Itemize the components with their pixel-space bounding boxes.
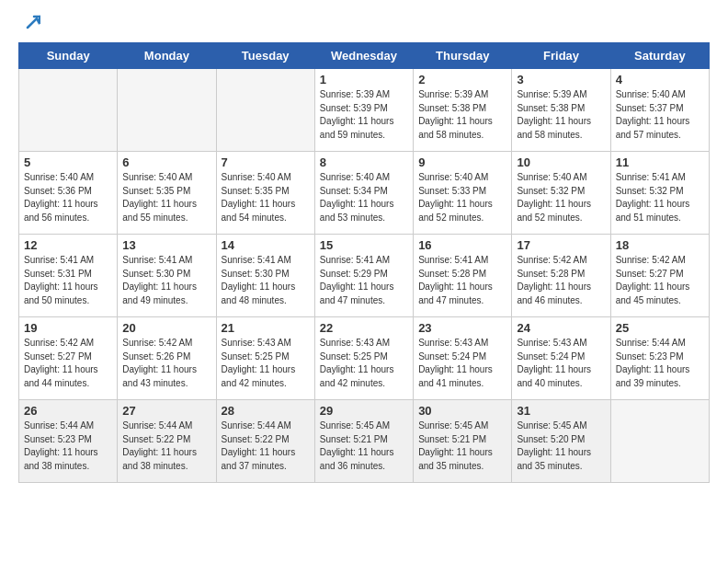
calendar-day-cell: 14Sunrise: 5:41 AM Sunset: 5:30 PM Dayli…: [216, 235, 314, 317]
calendar-day-cell: 23Sunrise: 5:43 AM Sunset: 5:24 PM Dayli…: [414, 317, 512, 400]
day-info: Sunrise: 5:40 AM Sunset: 5:33 PM Dayligh…: [418, 171, 506, 224]
logo-icon: [20, 15, 40, 31]
day-number: 21: [222, 321, 310, 335]
day-number: 1: [320, 73, 408, 86]
day-number: 23: [418, 321, 506, 335]
logo: [18, 18, 40, 28]
calendar-day-cell: 15Sunrise: 5:41 AM Sunset: 5:29 PM Dayli…: [314, 235, 413, 317]
calendar-day-cell: 1Sunrise: 5:39 AM Sunset: 5:39 PM Daylig…: [314, 69, 413, 152]
day-info: Sunrise: 5:43 AM Sunset: 5:25 PM Dayligh…: [320, 337, 408, 390]
calendar-day-cell: 22Sunrise: 5:43 AM Sunset: 5:25 PM Dayli…: [314, 317, 413, 400]
day-number: 2: [418, 73, 506, 86]
day-info: Sunrise: 5:39 AM Sunset: 5:39 PM Dayligh…: [320, 88, 408, 142]
calendar-day-cell: 13Sunrise: 5:41 AM Sunset: 5:30 PM Dayli…: [118, 235, 216, 317]
calendar-week-row: 5Sunrise: 5:40 AM Sunset: 5:36 PM Daylig…: [19, 152, 710, 235]
calendar-week-row: 19Sunrise: 5:42 AM Sunset: 5:27 PM Dayli…: [19, 317, 710, 400]
day-info: Sunrise: 5:43 AM Sunset: 5:24 PM Dayligh…: [418, 337, 506, 390]
day-info: Sunrise: 5:43 AM Sunset: 5:25 PM Dayligh…: [222, 337, 310, 390]
calendar-week-row: 1Sunrise: 5:39 AM Sunset: 5:39 PM Daylig…: [19, 69, 710, 152]
calendar-day-cell: 28Sunrise: 5:44 AM Sunset: 5:22 PM Dayli…: [216, 400, 314, 483]
weekday-header-row: SundayMondayTuesdayWednesdayThursdayFrid…: [19, 43, 710, 69]
calendar-day-cell: 9Sunrise: 5:40 AM Sunset: 5:33 PM Daylig…: [414, 152, 512, 235]
calendar-day-cell: 10Sunrise: 5:40 AM Sunset: 5:32 PM Dayli…: [512, 152, 610, 235]
day-number: 27: [122, 404, 210, 418]
day-info: Sunrise: 5:39 AM Sunset: 5:38 PM Dayligh…: [418, 88, 506, 142]
calendar-day-cell: 27Sunrise: 5:44 AM Sunset: 5:22 PM Dayli…: [118, 400, 216, 483]
calendar-day-cell: 26Sunrise: 5:44 AM Sunset: 5:23 PM Dayli…: [19, 400, 118, 483]
calendar-day-cell: 8Sunrise: 5:40 AM Sunset: 5:34 PM Daylig…: [314, 152, 413, 235]
day-number: 3: [517, 73, 605, 86]
day-number: 8: [320, 155, 408, 169]
calendar-day-cell: 21Sunrise: 5:43 AM Sunset: 5:25 PM Dayli…: [216, 317, 314, 400]
day-info: Sunrise: 5:41 AM Sunset: 5:30 PM Dayligh…: [222, 254, 310, 307]
calendar-day-cell: 30Sunrise: 5:45 AM Sunset: 5:21 PM Dayli…: [414, 400, 512, 483]
day-info: Sunrise: 5:41 AM Sunset: 5:30 PM Dayligh…: [122, 254, 210, 307]
day-info: Sunrise: 5:44 AM Sunset: 5:23 PM Dayligh…: [616, 337, 704, 390]
calendar-day-cell: 3Sunrise: 5:39 AM Sunset: 5:38 PM Daylig…: [512, 69, 610, 152]
day-number: 12: [24, 238, 112, 252]
day-number: 18: [616, 238, 704, 252]
day-info: Sunrise: 5:40 AM Sunset: 5:37 PM Dayligh…: [616, 88, 704, 142]
day-number: 5: [24, 155, 112, 169]
day-number: 6: [122, 155, 210, 169]
day-info: Sunrise: 5:43 AM Sunset: 5:24 PM Dayligh…: [517, 337, 605, 390]
calendar-day-cell: 18Sunrise: 5:42 AM Sunset: 5:27 PM Dayli…: [610, 235, 709, 317]
calendar-day-cell: 29Sunrise: 5:45 AM Sunset: 5:21 PM Dayli…: [314, 400, 413, 483]
day-number: 7: [222, 155, 310, 169]
day-number: 30: [418, 404, 506, 418]
day-info: Sunrise: 5:39 AM Sunset: 5:38 PM Dayligh…: [517, 88, 605, 142]
day-number: 31: [517, 404, 605, 418]
day-number: 26: [24, 404, 112, 418]
day-number: 15: [320, 238, 408, 252]
calendar-day-cell: 19Sunrise: 5:42 AM Sunset: 5:27 PM Dayli…: [19, 317, 118, 400]
day-info: Sunrise: 5:45 AM Sunset: 5:21 PM Dayligh…: [320, 419, 408, 473]
calendar-day-cell: 24Sunrise: 5:43 AM Sunset: 5:24 PM Dayli…: [512, 317, 610, 400]
day-info: Sunrise: 5:40 AM Sunset: 5:34 PM Dayligh…: [320, 171, 408, 224]
day-number: 29: [320, 404, 408, 418]
day-number: 19: [24, 321, 112, 335]
calendar-day-cell: [610, 400, 709, 483]
calendar-day-cell: 2Sunrise: 5:39 AM Sunset: 5:38 PM Daylig…: [414, 69, 512, 152]
calendar-day-cell: [216, 69, 314, 152]
weekday-header-sunday: Sunday: [19, 43, 118, 69]
day-info: Sunrise: 5:45 AM Sunset: 5:20 PM Dayligh…: [517, 419, 605, 473]
calendar-week-row: 12Sunrise: 5:41 AM Sunset: 5:31 PM Dayli…: [19, 235, 710, 317]
calendar-day-cell: 7Sunrise: 5:40 AM Sunset: 5:35 PM Daylig…: [216, 152, 314, 235]
day-number: 9: [418, 155, 506, 169]
day-number: 4: [616, 73, 704, 86]
calendar-day-cell: 20Sunrise: 5:42 AM Sunset: 5:26 PM Dayli…: [118, 317, 216, 400]
day-info: Sunrise: 5:40 AM Sunset: 5:36 PM Dayligh…: [24, 171, 112, 224]
calendar-day-cell: 5Sunrise: 5:40 AM Sunset: 5:36 PM Daylig…: [19, 152, 118, 235]
calendar-day-cell: 11Sunrise: 5:41 AM Sunset: 5:32 PM Dayli…: [610, 152, 709, 235]
calendar-week-row: 26Sunrise: 5:44 AM Sunset: 5:23 PM Dayli…: [19, 400, 710, 483]
day-info: Sunrise: 5:42 AM Sunset: 5:28 PM Dayligh…: [517, 254, 605, 307]
day-number: 11: [616, 155, 704, 169]
day-info: Sunrise: 5:41 AM Sunset: 5:32 PM Dayligh…: [616, 171, 704, 224]
calendar-day-cell: 17Sunrise: 5:42 AM Sunset: 5:28 PM Dayli…: [512, 235, 610, 317]
calendar-day-cell: 12Sunrise: 5:41 AM Sunset: 5:31 PM Dayli…: [19, 235, 118, 317]
weekday-header-tuesday: Tuesday: [216, 43, 314, 69]
day-number: 22: [320, 321, 408, 335]
day-number: 17: [517, 238, 605, 252]
calendar-day-cell: 4Sunrise: 5:40 AM Sunset: 5:37 PM Daylig…: [610, 69, 709, 152]
day-info: Sunrise: 5:44 AM Sunset: 5:22 PM Dayligh…: [122, 419, 210, 473]
day-info: Sunrise: 5:42 AM Sunset: 5:27 PM Dayligh…: [616, 254, 704, 307]
day-number: 24: [517, 321, 605, 335]
day-info: Sunrise: 5:42 AM Sunset: 5:27 PM Dayligh…: [24, 337, 112, 390]
day-info: Sunrise: 5:44 AM Sunset: 5:23 PM Dayligh…: [24, 419, 112, 473]
day-number: 10: [517, 155, 605, 169]
day-info: Sunrise: 5:42 AM Sunset: 5:26 PM Dayligh…: [122, 337, 210, 390]
calendar-day-cell: 16Sunrise: 5:41 AM Sunset: 5:28 PM Dayli…: [414, 235, 512, 317]
day-number: 13: [122, 238, 210, 252]
day-number: 20: [122, 321, 210, 335]
calendar-day-cell: 6Sunrise: 5:40 AM Sunset: 5:35 PM Daylig…: [118, 152, 216, 235]
calendar-table: SundayMondayTuesdayWednesdayThursdayFrid…: [18, 42, 710, 483]
day-info: Sunrise: 5:40 AM Sunset: 5:35 PM Dayligh…: [122, 171, 210, 224]
calendar-day-cell: [118, 69, 216, 152]
day-info: Sunrise: 5:41 AM Sunset: 5:31 PM Dayligh…: [24, 254, 112, 307]
day-number: 28: [222, 404, 310, 418]
calendar-day-cell: 31Sunrise: 5:45 AM Sunset: 5:20 PM Dayli…: [512, 400, 610, 483]
weekday-header-thursday: Thursday: [414, 43, 512, 69]
day-info: Sunrise: 5:45 AM Sunset: 5:21 PM Dayligh…: [418, 419, 506, 473]
day-info: Sunrise: 5:41 AM Sunset: 5:28 PM Dayligh…: [418, 254, 506, 307]
